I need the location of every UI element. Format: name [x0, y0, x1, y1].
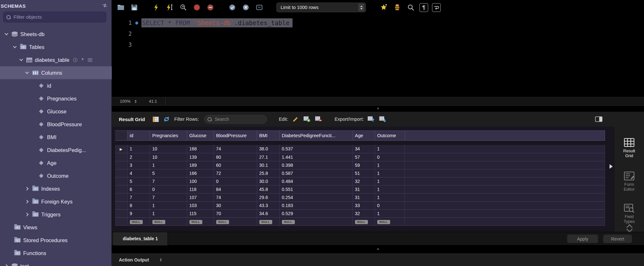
- result-tab[interactable]: diabetes_table 1: [113, 232, 168, 245]
- action-output-selector-icon[interactable]: [160, 258, 162, 261]
- sidebar-item-functions[interactable]: Functions: [0, 247, 112, 260]
- schema-filter-box[interactable]: [3, 12, 106, 23]
- beautify-query-button[interactable]: [392, 3, 402, 12]
- sidebar-item-test[interactable]: test: [0, 260, 112, 266]
- cell-bloodpressure[interactable]: 70: [214, 209, 257, 217]
- sidebar-item-stored-procedures[interactable]: Stored Procedures: [0, 234, 112, 247]
- cell-null[interactable]: NULL: [214, 217, 257, 225]
- schema-filter-input[interactable]: [13, 14, 103, 20]
- row-selector[interactable]: ▶: [115, 145, 127, 153]
- cell-diabetespedigree[interactable]: 0.254: [279, 193, 352, 201]
- chevron-down-icon[interactable]: [19, 59, 24, 61]
- wrap-text-toggle[interactable]: [432, 3, 441, 12]
- find-button[interactable]: [406, 3, 416, 12]
- cell-bmi[interactable]: 34.6: [257, 209, 279, 217]
- table-row[interactable]: 6 0 118 84 45.8 0.551 31 1: [115, 185, 605, 193]
- import-recordset-icon[interactable]: [379, 116, 386, 122]
- table-row[interactable]: 2 10 139 80 27.1 1.441 57 0: [115, 153, 605, 161]
- row-selector[interactable]: [115, 193, 127, 201]
- cell-bloodpressure[interactable]: 30: [214, 201, 257, 209]
- cell-outcome[interactable]: 0: [375, 153, 405, 161]
- cell-pregnancies[interactable]: 7: [150, 193, 187, 201]
- column-header-bloodpressure[interactable]: BloodPressure: [214, 131, 257, 141]
- cell-bmi[interactable]: 45.8: [257, 185, 279, 193]
- cell-age[interactable]: 59: [352, 161, 375, 169]
- cell-id[interactable]: 1: [127, 145, 150, 153]
- cell-age[interactable]: 31: [352, 185, 375, 193]
- sidebar-item-indexes[interactable]: Indexes: [0, 182, 112, 195]
- cell-null[interactable]: NULL: [127, 217, 150, 225]
- cell-pregnancies[interactable]: 0: [150, 185, 187, 193]
- cell-id[interactable]: 3: [127, 161, 150, 169]
- sidebar-item-column-diabetespedigree[interactable]: DiabetesPedig...: [0, 144, 112, 157]
- table-wrench-icon[interactable]: [81, 58, 85, 62]
- row-selector[interactable]: [115, 169, 127, 177]
- new-row-placeholder[interactable]: NULL NULL NULL NULL NULL NULL NULL NULL: [115, 217, 605, 225]
- table-row[interactable]: ▶ 1 10 168 74 38.0 0.537 34 1: [115, 145, 605, 153]
- explain-query-button[interactable]: [178, 3, 188, 12]
- cell-glucose[interactable]: 166: [187, 169, 214, 177]
- row-selector[interactable]: [115, 185, 127, 193]
- cell-pregnancies[interactable]: 5: [150, 169, 187, 177]
- sidebar-item-column-bloodpressure[interactable]: BloodPressure: [0, 118, 112, 131]
- rollback-button[interactable]: [241, 3, 251, 12]
- chevron-right-icon[interactable]: [4, 265, 9, 266]
- cell-pregnancies[interactable]: 10: [150, 145, 187, 153]
- autocommit-toggle[interactable]: [255, 3, 264, 12]
- filter-rows-searchbox[interactable]: [204, 115, 267, 124]
- cell-age[interactable]: 32: [352, 177, 375, 185]
- cell-bmi[interactable]: 30.0: [257, 177, 279, 185]
- cell-glucose[interactable]: 100: [187, 177, 214, 185]
- cell-outcome[interactable]: 1: [375, 169, 405, 177]
- cell-id[interactable]: 7: [127, 193, 150, 201]
- sidebar-item-views[interactable]: Views: [0, 221, 112, 234]
- zoom-stepper[interactable]: [135, 100, 137, 103]
- cell-bmi[interactable]: 27.1: [257, 153, 279, 161]
- stop-query-button[interactable]: [192, 3, 202, 12]
- sidebar-item-column-outcome[interactable]: Outcome: [0, 169, 112, 182]
- cell-id[interactable]: 4: [127, 169, 150, 177]
- cell-age[interactable]: 33: [352, 201, 375, 209]
- cell-glucose[interactable]: 103: [187, 201, 214, 209]
- cell-bloodpressure[interactable]: 80: [214, 153, 257, 161]
- chevron-right-icon[interactable]: [24, 200, 30, 203]
- editor-line-3[interactable]: 3: [112, 39, 644, 50]
- chevron-right-icon[interactable]: [24, 213, 30, 216]
- result-grid-view-button[interactable]: ResultGrid: [614, 136, 644, 161]
- sidebar-item-tables[interactable]: Tables: [0, 41, 112, 53]
- cell-diabetespedigree[interactable]: 0.398: [279, 161, 352, 169]
- field-types-view-button[interactable]: FieldTypes: [614, 201, 644, 226]
- table-row[interactable]: 7 7 107 74 29.6 0.254 31 1: [115, 193, 605, 201]
- column-header-id[interactable]: id: [127, 131, 150, 141]
- commit-button[interactable]: [227, 3, 237, 12]
- column-header-age[interactable]: Age: [352, 131, 375, 141]
- cell-outcome[interactable]: 1: [375, 185, 405, 193]
- delete-row-icon[interactable]: [315, 116, 322, 122]
- cell-null[interactable]: NULL: [279, 217, 352, 225]
- editor-line-1[interactable]: 1 SELECT * FROM `Sheets-db`.diabetes_tab…: [112, 17, 644, 28]
- cell-bmi[interactable]: 38.0: [257, 145, 279, 153]
- table-row[interactable]: 8 1 103 30 43.3 0.183 33 0: [115, 201, 605, 209]
- sidebar-item-column-pregnancies[interactable]: Pregnancies: [0, 92, 112, 105]
- cell-diabetespedigree[interactable]: 0.537: [279, 145, 352, 153]
- cell-id[interactable]: 2: [127, 153, 150, 161]
- cell-glucose[interactable]: 168: [187, 145, 214, 153]
- cell-id[interactable]: 6: [127, 185, 150, 193]
- row-selector[interactable]: [115, 209, 127, 217]
- refresh-schemas-icon[interactable]: [102, 3, 108, 9]
- chevron-down-icon[interactable]: [24, 72, 30, 73]
- table-grid-icon[interactable]: [88, 58, 92, 62]
- chevron-down-icon[interactable]: [4, 33, 9, 35]
- table-row[interactable]: 3 1 189 60 30.1 0.398 59 1: [115, 161, 605, 169]
- cell-bloodpressure[interactable]: 72: [214, 169, 257, 177]
- apply-button[interactable]: Apply: [567, 234, 598, 243]
- cell-bloodpressure[interactable]: 74: [214, 193, 257, 201]
- side-panel-toggle-icon[interactable]: [595, 116, 603, 122]
- sidebar-item-columns[interactable]: Columns: [0, 66, 112, 79]
- sidebar-item-foreign-keys[interactable]: Foreign Keys: [0, 195, 112, 208]
- cell-bloodpressure[interactable]: 60: [214, 161, 257, 169]
- cell-glucose[interactable]: 107: [187, 193, 214, 201]
- insert-row-icon[interactable]: [303, 116, 311, 122]
- cell-bmi[interactable]: 43.3: [257, 201, 279, 209]
- cell-outcome[interactable]: 1: [375, 193, 405, 201]
